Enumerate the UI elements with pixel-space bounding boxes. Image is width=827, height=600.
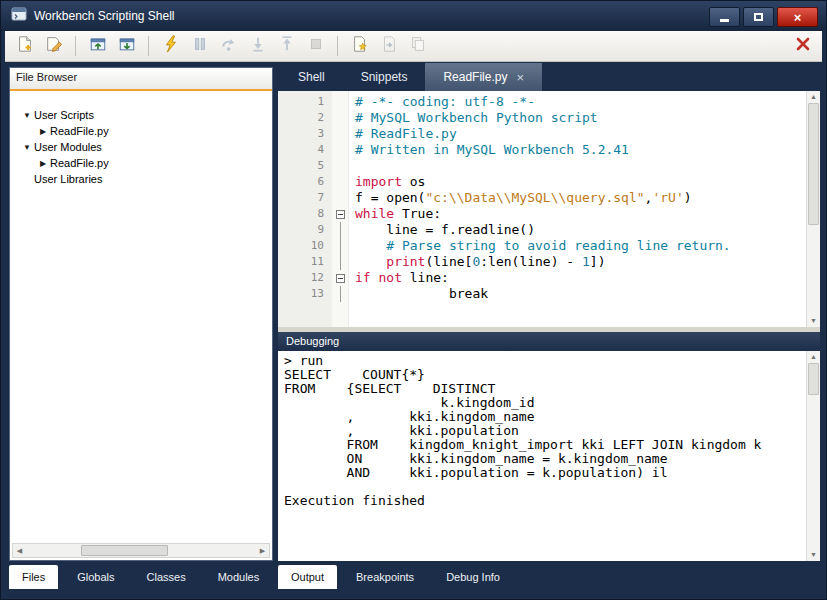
fold-margin [332,270,349,286]
editor-tab-label: Snippets [361,70,408,84]
output-vscroll-track[interactable] [807,363,820,549]
fold-toggle-icon[interactable] [336,210,345,219]
new-script-button[interactable] [11,34,38,59]
doc-new-icon [16,35,34,57]
fold-margin [332,206,349,222]
tree-item-readfile-py[interactable]: ▶ReadFile.py [10,123,272,139]
titlebar[interactable]: Workbench Scripting Shell × [1,1,826,31]
tab-output[interactable]: Output [278,565,337,589]
tree-item-label: ReadFile.py [50,125,109,137]
copy-snippet-button [404,34,431,59]
line-number: 6 [278,174,332,190]
reload-script-button[interactable] [84,34,111,59]
line-number: 11 [278,254,332,270]
fold-margin [332,126,349,142]
pause-button [186,34,213,59]
fold-guide-line [340,286,341,302]
code-line[interactable]: 1# -*- coding: utf-8 -*- [278,94,806,110]
scroll-left-arrow-icon[interactable]: ◀ [13,544,26,557]
tree-item-user-scripts[interactable]: ▼User Scripts [10,107,272,123]
scroll-right-arrow-icon[interactable]: ▶ [256,544,269,557]
minimize-button[interactable] [709,7,740,27]
code-text: while True: [349,206,441,222]
close-button[interactable]: × [777,7,818,27]
file-browser-hscrollbar[interactable]: ◀ ▶ [12,543,270,558]
tab-files[interactable]: Files [9,565,58,589]
scroll-down-arrow-icon[interactable]: ▼ [810,315,817,327]
code-line[interactable]: 12if not line: [278,270,806,286]
output-vscrollbar[interactable]: ▲ ▼ [806,351,820,561]
fold-margin [332,222,349,238]
code-line[interactable]: 6import os [278,174,806,190]
code-line[interactable]: 7f = open("c:\\Data\\MySQL\\query.sql",'… [278,190,806,206]
code-lines[interactable]: 1# -*- coding: utf-8 -*-2# MySQL Workben… [278,91,806,327]
expand-arrow-icon[interactable]: ▶ [36,127,50,136]
debugging-header: Debugging [278,332,820,351]
fold-margin [332,110,349,126]
fold-margin [332,142,349,158]
debugging-title: Debugging [286,335,339,347]
stop-icon [307,35,325,57]
tab-modules[interactable]: Modules [205,565,273,589]
editor-tab-readfile-py[interactable]: ReadFile.py× [425,63,542,91]
code-line[interactable]: 4# Written in MySQL Workbench 5.2.41 [278,142,806,158]
file-browser-tabs: FilesGlobalsClassesModules [9,565,278,589]
tab-globals[interactable]: Globals [64,565,127,589]
editor-vscroll-thumb[interactable] [808,103,819,225]
maximize-button[interactable] [743,7,774,27]
editor-tab-snippets[interactable]: Snippets [343,63,426,91]
save-script-button[interactable] [113,34,140,59]
file-browser-header: File Browser [10,68,272,91]
fold-toggle-icon[interactable] [336,274,345,283]
code-editor[interactable]: 1# -*- coding: utf-8 -*-2# MySQL Workben… [278,91,820,327]
line-number: 4 [278,142,332,158]
code-line[interactable]: 10 # Parse string to avoid reading line … [278,238,806,254]
lightning-icon [162,35,180,57]
line-number: 7 [278,190,332,206]
open-script-button[interactable] [40,34,67,59]
new-snippet-button[interactable] [346,34,373,59]
line-number: 3 [278,126,332,142]
editor-vscroll-track[interactable] [807,103,820,315]
scroll-up-arrow-icon[interactable]: ▲ [810,351,817,363]
step-out-button [273,34,300,59]
tab-breakpoints[interactable]: Breakpoints [343,565,427,589]
code-line[interactable]: 8while True: [278,206,806,222]
close-red-icon [795,36,811,56]
editor-vscrollbar[interactable]: ▲ ▼ [806,91,820,327]
scroll-down-arrow-icon[interactable]: ▼ [810,549,817,561]
scroll-up-arrow-icon[interactable]: ▲ [810,91,817,103]
run-script-button[interactable] [157,34,184,59]
stop-button [302,34,329,59]
tab-classes[interactable]: Classes [134,565,199,589]
close-shell-button[interactable] [789,34,816,59]
maximize-icon [754,13,763,21]
tab-debug-info[interactable]: Debug Info [433,565,513,589]
tree-item-user-libraries[interactable]: User Libraries [10,171,272,187]
code-line[interactable]: 13 break [278,286,806,302]
tab-close-icon[interactable]: × [516,71,524,84]
line-number: 12 [278,270,332,286]
line-number: 1 [278,94,332,110]
hscroll-thumb[interactable] [81,545,168,556]
fold-guide-line [340,222,341,238]
code-line[interactable]: 3# ReadFile.py [278,126,806,142]
code-line[interactable]: 9 line = f.readline() [278,222,806,238]
tree-item-user-modules[interactable]: ▼User Modules [10,139,272,155]
hscroll-track[interactable] [26,544,256,557]
code-text: # MySQL Workbench Python script [349,110,598,126]
code-line[interactable]: 11 print(line[0:len(line) - 1]) [278,254,806,270]
expand-arrow-icon[interactable]: ▶ [36,159,50,168]
tree-item-readfile-py[interactable]: ▶ReadFile.py [10,155,272,171]
code-line[interactable]: 2# MySQL Workbench Python script [278,110,806,126]
code-line[interactable]: 5 [278,158,806,174]
tree-item-label: User Scripts [34,109,94,121]
collapse-arrow-icon[interactable]: ▼ [20,111,34,120]
line-number: 13 [278,286,332,302]
output-vscroll-thumb[interactable] [808,363,819,395]
editor-tab-shell[interactable]: Shell [280,63,343,91]
line-number: 2 [278,110,332,126]
collapse-arrow-icon[interactable]: ▼ [20,143,34,152]
debug-output-panel[interactable]: > run SELECT COUNT{*} FROM {SELECT DISTI… [278,351,820,561]
step-over-icon [220,35,238,57]
